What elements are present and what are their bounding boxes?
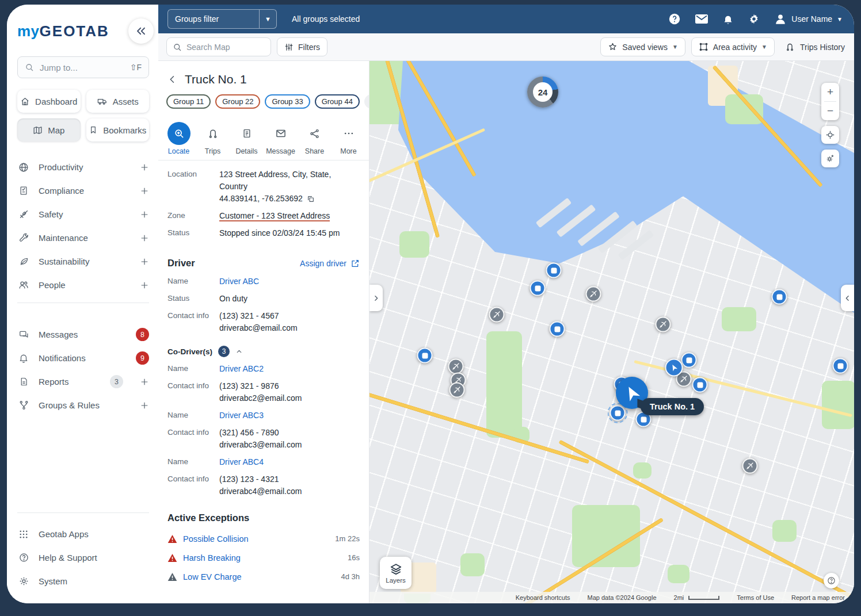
terms-of-use-link[interactable]: Terms of Use (737, 594, 774, 601)
expand-compliance-icon[interactable] (140, 186, 149, 196)
sidebar-item-messages[interactable]: Messages 8 (17, 323, 149, 346)
panel-expand-tab[interactable] (369, 285, 383, 311)
expand-sustainability-icon[interactable] (140, 257, 149, 266)
jump-to-search[interactable]: Jump to... ⇧F (17, 56, 149, 78)
report-map-error-link[interactable]: Report a map error (791, 594, 845, 601)
copy-icon[interactable] (307, 195, 315, 203)
vehicle-marker-stopped[interactable] (610, 405, 626, 421)
sidebar-item-dashboard[interactable]: Dashboard (17, 90, 81, 113)
more-groups-chip[interactable]: +4 (364, 94, 369, 109)
zoom-out-button[interactable]: − (821, 102, 839, 120)
area-activity-button[interactable]: Area activity ▼ (691, 37, 775, 56)
vehicle-cluster-marker[interactable]: 24 (527, 76, 558, 108)
sidebar-item-assets[interactable]: Assets (86, 90, 150, 113)
sidebar-item-bookmarks[interactable]: Bookmarks (86, 118, 150, 141)
map-help-button[interactable] (824, 573, 839, 588)
sidebar-item-maintenance[interactable]: Maintenance (17, 226, 149, 250)
expand-people-icon[interactable] (140, 281, 149, 290)
assign-driver-link[interactable]: Assign driver (300, 259, 360, 268)
expand-groups-rules-icon[interactable] (140, 401, 149, 410)
sidebar-item-system[interactable]: System (17, 569, 149, 593)
settings-gear-icon[interactable] (748, 13, 760, 25)
bell-icon[interactable] (722, 13, 734, 25)
mail-icon[interactable] (695, 13, 708, 25)
sidebar-item-reports[interactable]: Reports 3 (17, 370, 149, 393)
mygeotab-logo[interactable]: myGEOTAB (17, 22, 109, 40)
messages-icon (17, 330, 30, 340)
vehicle-marker-stopped[interactable] (692, 377, 708, 393)
expand-maintenance-icon[interactable] (140, 234, 149, 243)
trips-history-button[interactable]: Trips History (785, 42, 845, 52)
codriver-name-label: Name (167, 363, 219, 375)
vehicle-marker-stopped[interactable] (546, 263, 562, 278)
tab-locate[interactable]: Locate (162, 123, 196, 155)
sidebar-item-safety[interactable]: Safety (17, 202, 149, 226)
driver-name-link[interactable]: Driver ABC (219, 276, 259, 288)
vehicle-marker-no-signal[interactable] (489, 307, 505, 323)
filters-button[interactable]: Filters (277, 37, 327, 56)
sidebar-item-geotab-apps[interactable]: Geotab Apps (17, 522, 149, 546)
vehicle-marker-no-signal[interactable] (449, 382, 465, 398)
sidebar-item-people[interactable]: People (17, 273, 149, 297)
saved-views-button[interactable]: Saved views ▼ (600, 37, 685, 56)
sidebar-item-productivity[interactable]: Productivity (17, 155, 149, 179)
vehicle-marker-no-signal[interactable] (656, 317, 671, 332)
back-button[interactable] (166, 73, 179, 86)
chevron-up-icon[interactable] (235, 348, 243, 355)
tab-more[interactable]: More (332, 123, 365, 155)
people-label: People (39, 280, 131, 290)
vehicle-marker-stopped[interactable] (550, 322, 565, 337)
exception-link[interactable]: Possible Collision (183, 534, 329, 544)
tab-share[interactable]: Share (298, 123, 332, 155)
vehicle-marker-stopped[interactable] (833, 358, 848, 374)
vehicle-marker-stopped[interactable] (681, 353, 697, 368)
expand-productivity-icon[interactable] (140, 163, 149, 172)
vehicle-marker-no-signal[interactable] (448, 359, 464, 374)
exception-duration: 1m 22s (335, 534, 360, 543)
user-menu[interactable]: User Name ▼ (774, 13, 843, 25)
sidebar-item-map[interactable]: Map (17, 118, 81, 141)
sidebar-item-compliance[interactable]: Compliance (17, 179, 149, 202)
expand-reports-icon[interactable] (140, 377, 149, 387)
right-panel-tab[interactable] (841, 285, 854, 311)
vehicle-marker-no-signal[interactable] (742, 458, 758, 474)
codriver-name-link[interactable]: Driver ABC2 (219, 363, 264, 375)
exception-link[interactable]: Harsh Breaking (183, 553, 342, 563)
groups-filter-dropdown[interactable]: Groups filter ▼ (167, 9, 277, 29)
tab-details[interactable]: Details (230, 123, 264, 155)
vehicle-marker-moving[interactable] (665, 359, 683, 377)
vehicle-marker-no-signal[interactable] (586, 286, 601, 302)
expand-safety-icon[interactable] (140, 210, 149, 219)
vehicle-marker-stopped[interactable] (417, 348, 433, 364)
search-map-input[interactable]: Search Map (166, 37, 271, 56)
codriver-name-link[interactable]: Driver ABC3 (219, 410, 264, 422)
group-chip[interactable]: Group 44 (315, 94, 360, 109)
zone-link[interactable]: Customer - 123 Street Address (219, 211, 330, 221)
sidebar-item-notifications[interactable]: Notifications 9 (17, 346, 149, 370)
tab-trips[interactable]: Trips (196, 123, 230, 155)
help-icon[interactable] (668, 13, 681, 25)
gear-icon (17, 576, 30, 587)
tachograph-section[interactable]: Tachograph (158, 594, 369, 603)
sidebar-item-help-support[interactable]: Help & Support (17, 546, 149, 569)
chevron-down-icon[interactable]: ▼ (259, 10, 276, 28)
safety-label: Safety (39, 209, 131, 219)
exception-link[interactable]: Low EV Charge (183, 572, 335, 581)
recenter-button[interactable] (821, 126, 839, 144)
sidebar-collapse-button[interactable] (128, 18, 154, 44)
layers-button[interactable]: Layers (380, 557, 412, 589)
map-canvas[interactable]: 24 (369, 61, 854, 603)
group-chip[interactable]: Group 22 (215, 94, 260, 109)
sidebar-item-groups-rules[interactable]: Groups & Rules (17, 393, 149, 417)
add-zone-button[interactable] (821, 150, 839, 167)
codriver-phone: (321) 456 - 7890 (219, 428, 279, 437)
vehicle-marker-stopped[interactable] (772, 289, 787, 305)
keyboard-shortcuts-link[interactable]: Keyboard shortcuts (516, 594, 570, 601)
codriver-name-link[interactable]: Driver ABC4 (219, 456, 264, 468)
group-chip[interactable]: Group 11 (166, 94, 211, 109)
zoom-in-button[interactable]: + (821, 83, 839, 101)
sidebar-item-sustainability[interactable]: Sustainability (17, 250, 149, 273)
group-chip[interactable]: Group 33 (265, 94, 310, 109)
tab-message[interactable]: Message (264, 123, 298, 155)
vehicle-marker-stopped[interactable] (530, 281, 546, 296)
